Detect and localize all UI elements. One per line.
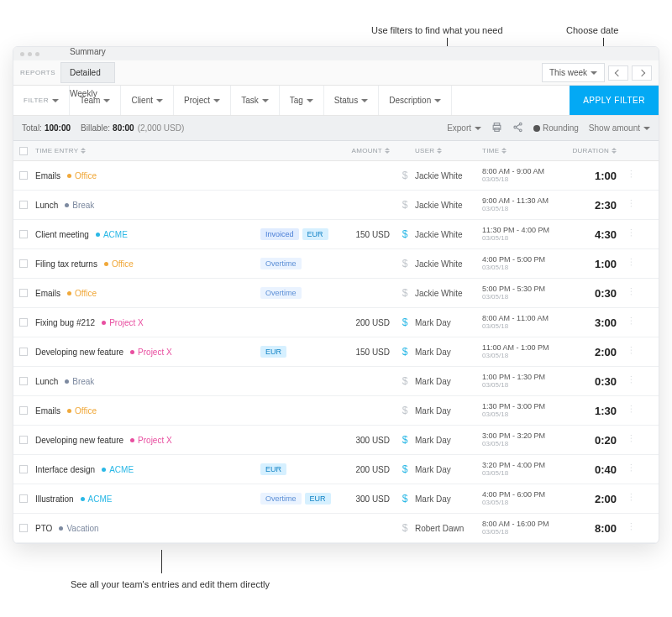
filter-tag[interactable]: Tag — [280, 86, 324, 115]
row-checkbox[interactable] — [19, 201, 28, 209]
row-menu-icon[interactable]: ··· — [627, 463, 635, 473]
sort-icon — [385, 148, 390, 154]
tab-summary[interactable]: Summary — [60, 46, 115, 62]
table-row[interactable]: EmailsOffice$Jackie White8:00 AM - 9:00 … — [13, 161, 659, 191]
row-menu-icon[interactable]: ··· — [627, 170, 635, 179]
row-checkbox[interactable] — [19, 494, 28, 503]
row-checkbox[interactable] — [19, 524, 28, 532]
tag-overtime: Overtime — [260, 493, 302, 505]
col-amount[interactable]: AMOUNT — [341, 147, 395, 154]
report-tabs: REPORTS SummaryDetailedWeekly This week — [13, 60, 659, 86]
row-menu-icon[interactable]: ··· — [627, 493, 635, 502]
billable-icon[interactable]: $ — [402, 170, 408, 181]
filter-project[interactable]: Project — [174, 86, 231, 115]
filter-client[interactable]: Client — [121, 86, 174, 115]
billable-icon[interactable]: $ — [402, 199, 408, 211]
col-time[interactable]: TIME — [482, 147, 563, 154]
row-checkbox[interactable] — [19, 171, 28, 180]
row-menu-icon[interactable]: ··· — [627, 228, 635, 238]
billable-icon[interactable]: $ — [402, 228, 408, 240]
row-checkbox[interactable] — [19, 406, 28, 415]
billable-icon[interactable]: $ — [402, 434, 408, 446]
svg-line-7 — [516, 128, 519, 130]
entry-title: Interface design — [35, 465, 95, 474]
duration-value: 0:20 — [563, 434, 622, 447]
filter-label[interactable]: FILTER — [13, 86, 70, 115]
row-menu-icon[interactable]: ··· — [627, 287, 635, 296]
duration-value: 1:30 — [563, 405, 622, 417]
billable-icon[interactable]: $ — [402, 316, 408, 328]
row-checkbox[interactable] — [19, 436, 28, 444]
row-checkbox[interactable] — [19, 377, 28, 385]
rounding-toggle[interactable]: Rounding — [533, 123, 579, 133]
totals-bar: Total: 100:00 Billable: 80:00 (2,000 USD… — [13, 116, 659, 141]
time-range: 1:30 PM - 3:00 PM03/05/18 — [482, 403, 563, 419]
table-row[interactable]: PTOVacation$Robert Dawn8:00 AM - 16:00 P… — [13, 514, 659, 543]
row-menu-icon[interactable]: ··· — [627, 258, 635, 267]
table-row[interactable]: Developing new featureProject XEUR150 US… — [13, 337, 659, 367]
user-name: Mark Day — [415, 406, 482, 416]
export-button[interactable]: Export — [447, 123, 481, 133]
billable-icon[interactable]: $ — [402, 258, 408, 269]
print-icon[interactable] — [491, 122, 502, 134]
table-row[interactable]: Interface designACMEEUR200 USD$Mark Day3… — [13, 455, 659, 484]
project-name: Project X — [109, 318, 144, 327]
billable-icon[interactable]: $ — [402, 405, 408, 416]
filter-description[interactable]: Description — [379, 86, 452, 115]
col-entry[interactable]: TIME ENTRY — [34, 147, 260, 154]
billable-icon[interactable]: $ — [402, 493, 408, 505]
table-row[interactable]: LunchBreak$Mark Day1:00 PM - 1:30 PM03/0… — [13, 367, 659, 396]
row-menu-icon[interactable]: ··· — [627, 346, 635, 355]
table-row[interactable]: Client meetingACMEInvoicedEUR150 USD$Jac… — [13, 220, 659, 249]
project-name: Office — [75, 171, 97, 180]
col-user[interactable]: USER — [415, 147, 482, 154]
row-checkbox[interactable] — [19, 465, 28, 473]
time-range: 8:00 AM - 9:00 AM03/05/18 — [482, 168, 563, 184]
date-prev-button[interactable] — [608, 65, 628, 81]
col-duration[interactable]: DURATION — [563, 147, 622, 154]
table-row[interactable]: LunchBreak$Jackie White9:00 AM - 11:30 A… — [13, 191, 659, 220]
billable-icon[interactable]: $ — [402, 375, 408, 387]
table-row[interactable]: Developing new featureProject X300 USD$M… — [13, 426, 659, 455]
row-checkbox[interactable] — [19, 289, 28, 297]
date-range-button[interactable]: This week — [542, 63, 605, 82]
tab-detailed[interactable]: Detailed — [60, 62, 115, 83]
entry-title: Client meeting — [35, 230, 89, 239]
billable-icon[interactable]: $ — [402, 287, 408, 299]
date-next-button[interactable] — [632, 65, 652, 81]
user-name: Mark Day — [415, 377, 482, 386]
row-menu-icon[interactable]: ··· — [627, 522, 635, 531]
billable-icon[interactable]: $ — [402, 346, 408, 358]
row-checkbox[interactable] — [19, 318, 28, 327]
row-menu-icon[interactable]: ··· — [627, 199, 635, 208]
project-name: ACME — [103, 230, 128, 239]
table-row[interactable]: EmailsOffice$Mark Day1:30 PM - 3:00 PM03… — [13, 396, 659, 426]
table-row[interactable]: IllustrationACMEOvertimeEUR300 USD$Mark … — [13, 484, 659, 514]
billable-icon[interactable]: $ — [402, 463, 408, 475]
select-all-checkbox[interactable] — [19, 147, 28, 155]
row-checkbox[interactable] — [19, 259, 28, 268]
row-checkbox[interactable] — [19, 230, 28, 238]
amount-value: 150 USD — [341, 230, 395, 239]
row-menu-icon[interactable]: ··· — [627, 316, 635, 326]
row-menu-icon[interactable]: ··· — [627, 434, 635, 443]
row-checkbox[interactable] — [19, 348, 28, 356]
entry-title: Illustration — [35, 494, 74, 504]
table-row[interactable]: EmailsOfficeOvertime$Jackie White5:00 PM… — [13, 279, 659, 308]
filter-status[interactable]: Status — [324, 86, 379, 115]
duration-value: 0:30 — [563, 287, 622, 300]
billable-icon[interactable]: $ — [402, 522, 408, 534]
show-amount-button[interactable]: Show amount — [589, 123, 650, 133]
filter-bar: FILTER TeamClientProjectTaskTagStatusDes… — [13, 86, 659, 116]
chevron-down-icon — [643, 127, 650, 130]
row-menu-icon[interactable]: ··· — [627, 375, 635, 384]
share-icon[interactable] — [512, 122, 523, 134]
filter-team[interactable]: Team — [70, 86, 121, 115]
table-row[interactable]: Fixing bug #212Project X200 USD$Mark Day… — [13, 308, 659, 337]
table-row[interactable]: Filing tax returnsOfficeOvertime$Jackie … — [13, 249, 659, 279]
row-menu-icon[interactable]: ··· — [627, 405, 635, 414]
entries-list: EmailsOffice$Jackie White8:00 AM - 9:00 … — [13, 161, 659, 543]
user-name: Jackie White — [415, 201, 482, 210]
filter-task[interactable]: Task — [231, 86, 280, 115]
apply-filter-button[interactable]: APPLY FILTER — [570, 86, 659, 115]
